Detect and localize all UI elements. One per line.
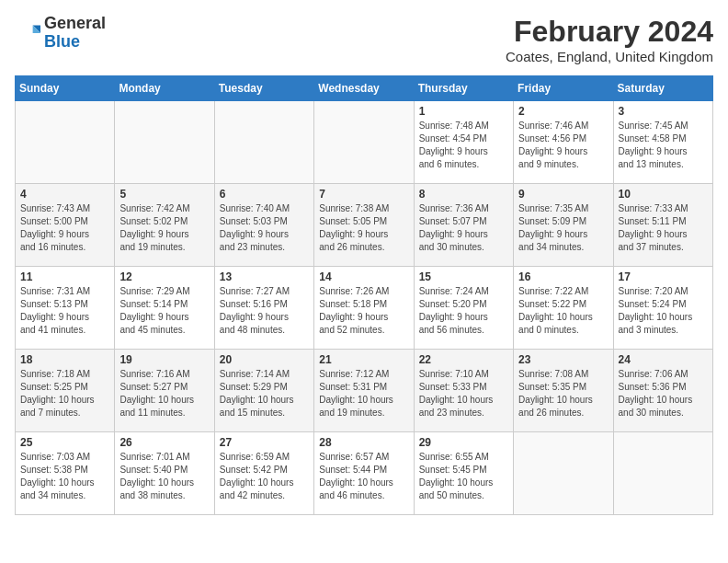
month-title: February 2024 [506, 15, 713, 49]
title-area: February 2024 Coates, England, United Ki… [506, 15, 713, 64]
day-number: 27 [220, 436, 309, 449]
weekday-header-friday: Friday [514, 76, 613, 101]
day-number: 29 [419, 436, 508, 449]
day-number: 12 [119, 270, 209, 283]
day-info: Sunrise: 7:16 AM Sunset: 5:27 PM Dayligh… [119, 368, 209, 419]
day-info: Sunrise: 7:43 AM Sunset: 5:00 PM Dayligh… [20, 202, 109, 254]
weekday-header-wednesday: Wednesday [314, 76, 414, 101]
day-number: 11 [20, 270, 109, 283]
calendar-cell: 27Sunrise: 6:59 AM Sunset: 5:42 PM Dayli… [214, 432, 313, 515]
day-info: Sunrise: 7:22 AM Sunset: 5:22 PM Dayligh… [518, 285, 608, 337]
day-info: Sunrise: 7:14 AM Sunset: 5:29 PM Dayligh… [220, 368, 309, 419]
calendar-cell: 28Sunrise: 6:57 AM Sunset: 5:44 PM Dayli… [314, 432, 414, 515]
day-info: Sunrise: 7:01 AM Sunset: 5:40 PM Dayligh… [119, 451, 209, 502]
day-number: 28 [319, 436, 408, 449]
calendar-cell: 3Sunrise: 7:45 AM Sunset: 4:58 PM Daylig… [613, 101, 712, 184]
logo-icon [15, 20, 40, 46]
week-row-3: 11Sunrise: 7:31 AM Sunset: 5:13 PM Dayli… [16, 267, 713, 350]
day-number: 25 [20, 436, 109, 449]
calendar-table: SundayMondayTuesdayWednesdayThursdayFrid… [15, 75, 713, 515]
calendar-cell: 20Sunrise: 7:14 AM Sunset: 5:29 PM Dayli… [214, 350, 313, 432]
day-info: Sunrise: 7:10 AM Sunset: 5:33 PM Dayligh… [419, 368, 508, 419]
day-info: Sunrise: 7:45 AM Sunset: 4:58 PM Dayligh… [619, 120, 708, 171]
day-number: 22 [419, 353, 508, 366]
calendar-cell [613, 432, 712, 515]
calendar-cell: 24Sunrise: 7:06 AM Sunset: 5:36 PM Dayli… [613, 350, 712, 432]
day-number: 19 [119, 353, 209, 366]
logo-text: General Blue [44, 15, 106, 52]
calendar-cell: 8Sunrise: 7:36 AM Sunset: 5:07 PM Daylig… [414, 184, 513, 267]
calendar-cell [16, 101, 115, 184]
weekday-header-sunday: Sunday [16, 76, 115, 101]
day-number: 6 [220, 188, 309, 201]
calendar-cell: 5Sunrise: 7:42 AM Sunset: 5:02 PM Daylig… [115, 184, 214, 267]
location: Coates, England, United Kingdom [506, 49, 713, 64]
day-number: 2 [518, 105, 608, 118]
day-number: 17 [619, 270, 708, 283]
calendar-cell: 9Sunrise: 7:35 AM Sunset: 5:09 PM Daylig… [514, 184, 613, 267]
calendar-cell: 21Sunrise: 7:12 AM Sunset: 5:31 PM Dayli… [314, 350, 414, 432]
day-info: Sunrise: 6:55 AM Sunset: 5:45 PM Dayligh… [419, 451, 508, 502]
calendar-cell: 18Sunrise: 7:18 AM Sunset: 5:25 PM Dayli… [16, 350, 115, 432]
calendar-cell: 7Sunrise: 7:38 AM Sunset: 5:05 PM Daylig… [314, 184, 414, 267]
calendar-cell: 23Sunrise: 7:08 AM Sunset: 5:35 PM Dayli… [514, 350, 613, 432]
logo: General Blue [15, 15, 106, 52]
day-number: 3 [619, 105, 708, 118]
day-info: Sunrise: 7:06 AM Sunset: 5:36 PM Dayligh… [619, 368, 708, 419]
day-info: Sunrise: 7:40 AM Sunset: 5:03 PM Dayligh… [220, 202, 309, 254]
calendar-cell [214, 101, 313, 184]
day-info: Sunrise: 7:26 AM Sunset: 5:18 PM Dayligh… [319, 285, 408, 337]
calendar-cell: 10Sunrise: 7:33 AM Sunset: 5:11 PM Dayli… [613, 184, 712, 267]
calendar-cell: 11Sunrise: 7:31 AM Sunset: 5:13 PM Dayli… [16, 267, 115, 350]
day-number: 21 [319, 353, 408, 366]
day-number: 7 [319, 188, 408, 201]
day-info: Sunrise: 7:46 AM Sunset: 4:56 PM Dayligh… [518, 120, 608, 171]
day-number: 10 [619, 188, 708, 201]
weekday-header-tuesday: Tuesday [214, 76, 313, 101]
weekday-header-saturday: Saturday [613, 76, 712, 101]
header: General Blue February 2024 Coates, Engla… [15, 15, 713, 64]
day-info: Sunrise: 6:57 AM Sunset: 5:44 PM Dayligh… [319, 451, 408, 502]
day-number: 23 [518, 353, 608, 366]
day-info: Sunrise: 7:35 AM Sunset: 5:09 PM Dayligh… [518, 202, 608, 254]
calendar-cell: 13Sunrise: 7:27 AM Sunset: 5:16 PM Dayli… [214, 267, 313, 350]
calendar-cell: 12Sunrise: 7:29 AM Sunset: 5:14 PM Dayli… [115, 267, 214, 350]
calendar-cell: 26Sunrise: 7:01 AM Sunset: 5:40 PM Dayli… [115, 432, 214, 515]
day-info: Sunrise: 7:29 AM Sunset: 5:14 PM Dayligh… [119, 285, 209, 337]
day-number: 26 [119, 436, 209, 449]
calendar-cell: 14Sunrise: 7:26 AM Sunset: 5:18 PM Dayli… [314, 267, 414, 350]
calendar-cell [115, 101, 214, 184]
day-info: Sunrise: 7:42 AM Sunset: 5:02 PM Dayligh… [119, 202, 209, 254]
day-info: Sunrise: 7:20 AM Sunset: 5:24 PM Dayligh… [619, 285, 708, 337]
calendar-cell: 19Sunrise: 7:16 AM Sunset: 5:27 PM Dayli… [115, 350, 214, 432]
day-info: Sunrise: 7:18 AM Sunset: 5:25 PM Dayligh… [20, 368, 109, 419]
day-number: 1 [419, 105, 508, 118]
day-number: 20 [220, 353, 309, 366]
calendar-cell [514, 432, 613, 515]
day-number: 16 [518, 270, 608, 283]
logo-blue: Blue [44, 32, 80, 51]
calendar-cell: 15Sunrise: 7:24 AM Sunset: 5:20 PM Dayli… [414, 267, 513, 350]
day-info: Sunrise: 7:03 AM Sunset: 5:38 PM Dayligh… [20, 451, 109, 502]
day-number: 4 [20, 188, 109, 201]
calendar-cell [314, 101, 414, 184]
calendar-cell: 16Sunrise: 7:22 AM Sunset: 5:22 PM Dayli… [514, 267, 613, 350]
day-info: Sunrise: 7:27 AM Sunset: 5:16 PM Dayligh… [220, 285, 309, 337]
calendar-cell: 2Sunrise: 7:46 AM Sunset: 4:56 PM Daylig… [514, 101, 613, 184]
week-row-1: 1Sunrise: 7:48 AM Sunset: 4:54 PM Daylig… [16, 101, 713, 184]
day-info: Sunrise: 7:38 AM Sunset: 5:05 PM Dayligh… [319, 202, 408, 254]
day-number: 18 [20, 353, 109, 366]
day-number: 9 [518, 188, 608, 201]
week-row-2: 4Sunrise: 7:43 AM Sunset: 5:00 PM Daylig… [16, 184, 713, 267]
day-info: Sunrise: 7:36 AM Sunset: 5:07 PM Dayligh… [419, 202, 508, 254]
day-number: 8 [419, 188, 508, 201]
day-number: 24 [619, 353, 708, 366]
day-info: Sunrise: 7:48 AM Sunset: 4:54 PM Dayligh… [419, 120, 508, 171]
calendar-cell: 17Sunrise: 7:20 AM Sunset: 5:24 PM Dayli… [613, 267, 712, 350]
header-row: SundayMondayTuesdayWednesdayThursdayFrid… [16, 76, 713, 101]
calendar-cell: 1Sunrise: 7:48 AM Sunset: 4:54 PM Daylig… [414, 101, 513, 184]
week-row-5: 25Sunrise: 7:03 AM Sunset: 5:38 PM Dayli… [16, 432, 713, 515]
day-info: Sunrise: 7:24 AM Sunset: 5:20 PM Dayligh… [419, 285, 508, 337]
weekday-header-thursday: Thursday [414, 76, 513, 101]
calendar-cell: 22Sunrise: 7:10 AM Sunset: 5:33 PM Dayli… [414, 350, 513, 432]
